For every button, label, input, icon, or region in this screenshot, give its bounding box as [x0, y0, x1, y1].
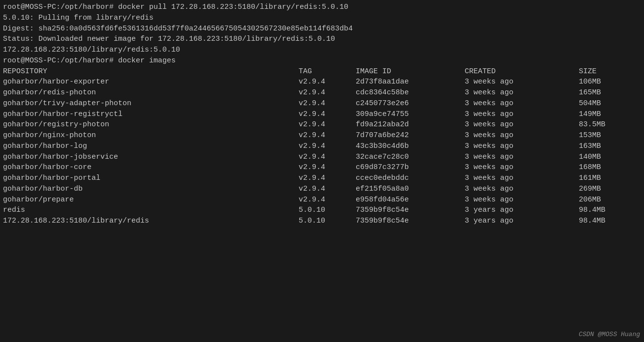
cell-image-id: ccec0edebddc — [356, 173, 464, 184]
cell-image-id: 32cace7c28c0 — [356, 152, 464, 163]
table-row: redis5.0.107359b9f8c54e3 years ago98.4MB — [3, 205, 641, 216]
cell-size: 161MB — [579, 173, 641, 184]
cell-repository: goharbor/harbor-registryctl — [3, 109, 299, 120]
cell-repository: goharbor/harbor-exporter — [3, 77, 299, 87]
cell-size: 83.5MB — [579, 119, 641, 130]
command-line-1: root@MOSS-PC:/opt/harbor# docker pull 17… — [3, 2, 641, 13]
cell-created: 3 weeks ago — [464, 130, 579, 141]
cell-size: 98.4MB — [579, 205, 641, 216]
cell-image-id: c2450773e2e6 — [356, 98, 464, 109]
cell-size: 168MB — [579, 162, 641, 173]
cell-repository: redis — [3, 205, 299, 216]
cell-created: 3 weeks ago — [464, 98, 579, 109]
cell-tag: v2.9.4 — [299, 152, 356, 163]
table-row: 172.28.168.223:5180/library/redis5.0.107… — [3, 216, 641, 227]
cell-size: 149MB — [579, 109, 641, 120]
cell-repository: goharbor/trivy-adapter-photon — [3, 98, 299, 109]
cell-created: 3 years ago — [464, 216, 579, 227]
cell-image-id: e958fd04a56e — [356, 195, 464, 205]
table-row: goharbor/harbor-registryctlv2.9.4309a9ce… — [3, 109, 641, 120]
cell-repository: goharbor/nginx-photon — [3, 130, 299, 141]
cell-image-id: 7359b9f8c54e — [356, 216, 464, 227]
table-row: goharbor/preparev2.9.4e958fd04a56e3 week… — [3, 195, 641, 205]
output-line-1: 5.0.10: Pulling from library/redis — [3, 13, 641, 24]
cell-image-id: 7d707a6be242 — [356, 130, 464, 141]
cell-size: 140MB — [579, 152, 641, 163]
output-line-3: Status: Downloaded newer image for 172.2… — [3, 34, 641, 45]
cell-size: 163MB — [579, 141, 641, 152]
cell-created: 3 weeks ago — [464, 141, 579, 152]
header-size: SIZE — [579, 66, 641, 77]
table-row: goharbor/harbor-corev2.9.4c69d87c3277b3 … — [3, 162, 641, 173]
cell-tag: v2.9.4 — [299, 173, 356, 184]
cell-tag: v2.9.4 — [299, 162, 356, 173]
cell-tag: v2.9.4 — [299, 77, 356, 87]
cell-size: 206MB — [579, 195, 641, 205]
cell-size: 165MB — [579, 87, 641, 98]
cell-created: 3 weeks ago — [464, 195, 579, 205]
cell-size: 153MB — [579, 130, 641, 141]
cell-image-id: 43c3b30c4d6b — [356, 141, 464, 152]
header-repository: REPOSITORY — [3, 66, 299, 77]
table-row: goharbor/trivy-adapter-photonv2.9.4c2450… — [3, 98, 641, 109]
command-line-2: root@MOSS-PC:/opt/harbor# docker images — [3, 56, 641, 66]
docker-images-table: REPOSITORY TAG IMAGE ID CREATED SIZE goh… — [3, 66, 641, 227]
cell-created: 3 weeks ago — [464, 119, 579, 130]
cell-repository: goharbor/harbor-portal — [3, 173, 299, 184]
table-header-row: REPOSITORY TAG IMAGE ID CREATED SIZE — [3, 66, 641, 77]
table-row: goharbor/redis-photonv2.9.4cdc8364c58be3… — [3, 87, 641, 98]
cell-tag: v2.9.4 — [299, 141, 356, 152]
cell-image-id: c69d87c3277b — [356, 162, 464, 173]
cell-image-id: ef215f05a8a0 — [356, 184, 464, 195]
cell-repository: goharbor/registry-photon — [3, 119, 299, 130]
cell-tag: v2.9.4 — [299, 119, 356, 130]
cell-created: 3 weeks ago — [464, 109, 579, 120]
watermark: CSDN @MOSS Huang — [579, 331, 640, 338]
cell-repository: goharbor/redis-photon — [3, 87, 299, 98]
cell-repository: 172.28.168.223:5180/library/redis — [3, 216, 299, 227]
cell-image-id: 2d73f8aa1dae — [356, 77, 464, 87]
cell-size: 269MB — [579, 184, 641, 195]
cell-tag: v2.9.4 — [299, 98, 356, 109]
cell-tag: v2.9.4 — [299, 87, 356, 98]
cell-size: 504MB — [579, 98, 641, 109]
cell-tag: 5.0.10 — [299, 205, 356, 216]
table-row: goharbor/harbor-portalv2.9.4ccec0edebddc… — [3, 173, 641, 184]
terminal-window: root@MOSS-PC:/opt/harbor# docker pull 17… — [0, 0, 644, 342]
cell-size: 98.4MB — [579, 216, 641, 227]
table-row: goharbor/harbor-dbv2.9.4ef215f05a8a03 we… — [3, 184, 641, 195]
header-created: CREATED — [464, 66, 579, 77]
cell-repository: goharbor/harbor-core — [3, 162, 299, 173]
cell-tag: v2.9.4 — [299, 109, 356, 120]
cell-created: 3 weeks ago — [464, 87, 579, 98]
output-line-2: Digest: sha256:0a0d563fd6fe5361316dd53f7… — [3, 24, 641, 34]
table-row: goharbor/nginx-photonv2.9.47d707a6be2423… — [3, 130, 641, 141]
cell-tag: v2.9.4 — [299, 195, 356, 205]
cell-created: 3 years ago — [464, 205, 579, 216]
table-row: goharbor/harbor-exporterv2.9.42d73f8aa1d… — [3, 77, 641, 87]
table-row: goharbor/harbor-jobservicev2.9.432cace7c… — [3, 152, 641, 163]
cell-created: 3 weeks ago — [464, 77, 579, 87]
cell-tag: v2.9.4 — [299, 184, 356, 195]
cell-created: 3 weeks ago — [464, 173, 579, 184]
cell-created: 3 weeks ago — [464, 184, 579, 195]
cell-image-id: fd9a212aba2d — [356, 119, 464, 130]
cell-repository: goharbor/prepare — [3, 195, 299, 205]
table-row: goharbor/harbor-logv2.9.443c3b30c4d6b3 w… — [3, 141, 641, 152]
cell-size: 106MB — [579, 77, 641, 87]
cell-image-id: cdc8364c58be — [356, 87, 464, 98]
header-image-id: IMAGE ID — [356, 66, 464, 77]
output-line-4: 172.28.168.223:5180/library/redis:5.0.10 — [3, 45, 641, 56]
cell-created: 3 weeks ago — [464, 162, 579, 173]
cell-tag: 5.0.10 — [299, 216, 356, 227]
cell-image-id: 7359b9f8c54e — [356, 205, 464, 216]
cell-repository: goharbor/harbor-log — [3, 141, 299, 152]
cell-repository: goharbor/harbor-db — [3, 184, 299, 195]
header-tag: TAG — [299, 66, 356, 77]
cell-tag: v2.9.4 — [299, 130, 356, 141]
cell-repository: goharbor/harbor-jobservice — [3, 152, 299, 163]
cell-created: 3 weeks ago — [464, 152, 579, 163]
table-row: goharbor/registry-photonv2.9.4fd9a212aba… — [3, 119, 641, 130]
cell-image-id: 309a9ce74755 — [356, 109, 464, 120]
